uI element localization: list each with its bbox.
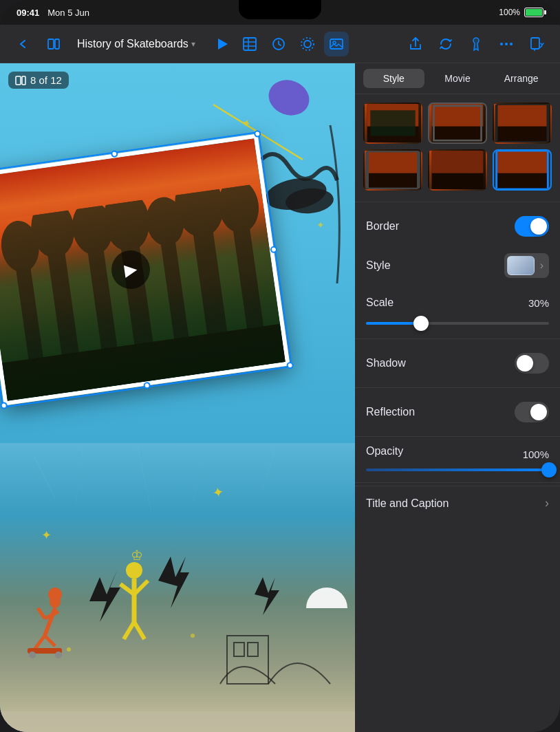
skater-orange [28, 588, 62, 658]
border-row: Border [355, 208, 560, 245]
back-button[interactable] [11, 32, 36, 56]
panel-bottom-space [355, 520, 560, 658]
svg-point-13 [505, 43, 508, 45]
shadow-section: Shadow [355, 342, 560, 385]
svg-rect-0 [48, 39, 54, 49]
tab-movie[interactable]: Movie [427, 69, 488, 88]
svg-line-68 [124, 622, 134, 639]
scale-value: 30% [521, 297, 549, 309]
scale-slider-thumb[interactable] [413, 316, 429, 331]
style-thumb-4[interactable] [363, 149, 422, 191]
style-picker[interactable]: › [504, 253, 549, 278]
reflection-toggle-knob [530, 404, 547, 420]
border-section: Border Style › Scale 30% [355, 205, 560, 336]
style-thumb-5[interactable] [428, 149, 487, 191]
svg-marker-2 [218, 39, 228, 50]
style-chevron: › [540, 259, 543, 272]
status-bar: 09:41 Mon 5 Jun 100% [0, 0, 560, 25]
style-thumb-1[interactable] [363, 103, 422, 144]
shadow-row: Shadow [355, 345, 560, 382]
svg-point-63 [48, 588, 62, 601]
svg-rect-74 [234, 643, 244, 656]
battery-text: 100% [499, 8, 520, 17]
play-button[interactable] [211, 33, 233, 55]
tab-style[interactable]: Style [363, 69, 424, 88]
svg-rect-46 [0, 183, 286, 401]
document-title-text: History of Skateboards [77, 38, 189, 50]
pin-button[interactable] [464, 32, 488, 56]
toolbar-left: History of Skateboards ▾ [11, 32, 206, 56]
title-caption-row[interactable]: Title and Caption › [355, 486, 560, 520]
svg-point-79 [191, 634, 195, 638]
svg-point-64 [126, 562, 142, 579]
opacity-label: Opacity [366, 445, 403, 458]
svg-marker-70 [89, 570, 120, 622]
title-chevron: ▾ [191, 39, 195, 49]
loop-button[interactable] [433, 32, 458, 56]
doc-settings-button[interactable] [524, 32, 549, 56]
svg-rect-94 [432, 151, 484, 189]
skater-yellow [120, 562, 148, 639]
title-caption-chevron: › [545, 496, 549, 510]
more-button[interactable] [494, 32, 519, 56]
clock-button[interactable] [266, 32, 291, 56]
canvas-area[interactable]: 8 of 12 ✦ ✦ ✦ ✦ [0, 63, 355, 732]
svg-point-9 [301, 38, 314, 50]
document-title[interactable]: History of Skateboards ▾ [72, 35, 201, 53]
svg-rect-10 [330, 39, 343, 49]
style-picker-button[interactable]: › [504, 253, 549, 278]
opacity-slider-track[interactable] [366, 469, 549, 471]
scale-slider-container [355, 319, 560, 333]
style-thumb-2[interactable] [428, 103, 487, 144]
scale-slider-track[interactable] [366, 322, 549, 325]
svg-line-69 [134, 622, 144, 639]
shape-button[interactable] [295, 32, 320, 56]
style-label: Style [366, 259, 391, 272]
opacity-slider-thumb[interactable] [541, 462, 557, 477]
style-thumb-6-selected[interactable] [493, 149, 552, 191]
camera-notch [239, 0, 321, 19]
svg-text:✦: ✦ [316, 219, 325, 230]
svg-rect-15 [531, 38, 539, 49]
battery-icon [524, 8, 543, 17]
slides-panel-button[interactable] [41, 32, 66, 56]
toolbar-right [354, 32, 549, 56]
skate-scene: ✦ ✦ [0, 443, 355, 732]
shadow-toggle-knob [517, 355, 533, 372]
media-button[interactable] [324, 32, 349, 56]
status-left: 09:41 Mon 5 Jun [17, 8, 89, 18]
border-toggle[interactable] [515, 216, 549, 237]
svg-rect-96 [497, 151, 548, 173]
svg-marker-72 [255, 577, 279, 615]
svg-rect-82 [370, 110, 415, 136]
divider-2 [355, 338, 560, 339]
svg-point-78 [67, 647, 71, 652]
reflection-label: Reflection [366, 406, 415, 418]
table-button[interactable] [237, 32, 262, 56]
share-button[interactable] [403, 32, 428, 56]
slide-counter: 8 of 12 [8, 72, 69, 89]
reflection-toggle[interactable] [515, 402, 549, 422]
svg-text:✦: ✦ [41, 528, 52, 542]
svg-point-61 [29, 652, 36, 658]
svg-rect-1 [55, 39, 59, 49]
title-caption-label: Title and Caption [366, 497, 449, 510]
toolbar: History of Skateboards ▾ [0, 25, 560, 63]
svg-rect-84 [432, 104, 484, 127]
style-thumb-3[interactable] [493, 103, 552, 144]
divider-3 [355, 387, 560, 388]
divider-1 [355, 202, 560, 202]
video-frame-container[interactable]: ▶ [0, 133, 290, 405]
svg-point-62 [55, 652, 62, 658]
border-label: Border [366, 220, 399, 233]
tab-arrange[interactable]: Arrange [491, 69, 552, 88]
svg-rect-75 [248, 643, 258, 656]
shadow-toggle[interactable] [515, 353, 549, 374]
svg-rect-77 [0, 711, 355, 732]
status-right: 100% [499, 8, 543, 17]
panel-tabs: Style Movie Arrange [355, 63, 560, 94]
divider-4 [355, 436, 560, 437]
battery-fill [526, 9, 542, 16]
shadow-label: Shadow [366, 357, 406, 369]
skate-decorations: ✦ ✦ [0, 443, 355, 732]
